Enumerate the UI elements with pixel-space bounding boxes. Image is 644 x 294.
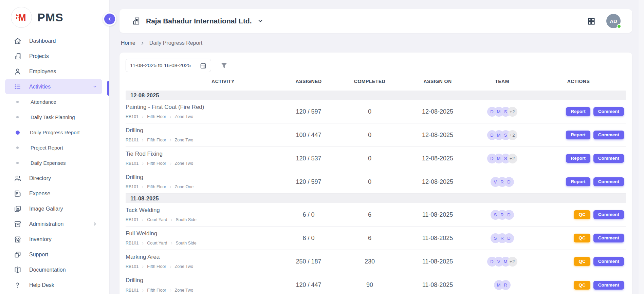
apps-grid-icon[interactable] — [587, 17, 595, 25]
sidebar-item-directory[interactable]: Directory — [5, 171, 102, 186]
report-button[interactable]: Report — [566, 131, 590, 139]
bullet-dot-icon — [16, 101, 19, 103]
sidebar-subitem-daily-expenses[interactable]: Daily Expenses — [0, 155, 109, 171]
team-extra-badge[interactable]: +2 — [508, 154, 517, 163]
team-cell: DMS+2 — [473, 154, 531, 163]
path-segment: Fifth Floor — [147, 288, 166, 293]
sidebar-item-expense[interactable]: Expense — [5, 186, 102, 201]
team-extra-badge[interactable]: +2 — [508, 257, 517, 267]
app-logo[interactable]: M PMS — [0, 0, 109, 33]
comment-button[interactable]: Comment — [593, 210, 624, 219]
bullet-dot-icon — [16, 116, 19, 118]
svg-text:M: M — [18, 12, 26, 23]
sidebar-subitem-attendance[interactable]: Attendance — [0, 94, 109, 110]
sidebar-subitem-label: Attendance — [31, 99, 56, 105]
path-chevron-icon — [170, 218, 173, 221]
path-segment: RB101 — [126, 138, 139, 142]
table-row: DrillingRB101Fifth FloorZone One120 / 59… — [126, 170, 626, 194]
sidebar-item-inventory[interactable]: Inventory — [5, 232, 102, 247]
store-icon — [14, 235, 22, 243]
activity-cell: Tack WeldingRB101Court YardSouth Side — [126, 203, 280, 226]
activity-location-path: RB101Fifth FloorZone One — [126, 184, 280, 189]
activity-title: Tack Welding — [126, 207, 280, 214]
building-icon — [132, 17, 141, 25]
report-button[interactable]: Report — [566, 107, 590, 116]
sidebar-item-support[interactable]: Support — [5, 247, 102, 262]
book-icon — [14, 266, 22, 274]
path-segment: Court Yard — [147, 241, 167, 246]
comment-button[interactable]: Comment — [593, 177, 624, 186]
table-row: Painting - First Coat (Fire Red)RB101Fif… — [126, 100, 626, 123]
team-member-badge: D — [504, 233, 514, 243]
user-avatar[interactable]: AD — [606, 14, 621, 28]
team-cell: DMS+2 — [473, 107, 531, 117]
assign-on-value: 11-08-2025 — [402, 281, 473, 289]
team-cell: MR — [473, 280, 531, 290]
report-button[interactable]: Report — [566, 177, 590, 186]
path-segment: South Side — [176, 241, 197, 246]
question-icon — [14, 281, 22, 289]
activity-location-path: RB101Court YardSouth Side — [126, 217, 280, 222]
comment-button[interactable]: Comment — [593, 107, 624, 116]
sidebar-item-documentation[interactable]: Documentation — [5, 262, 102, 277]
team-extra-badge[interactable]: +2 — [508, 130, 517, 140]
path-segment: RB101 — [126, 288, 139, 293]
comment-button[interactable]: Comment — [593, 281, 624, 290]
qc-button[interactable]: QC — [574, 234, 590, 242]
sidebar-item-administration[interactable]: Administration — [5, 216, 102, 232]
company-selector[interactable]: Raja Bahadur International Ltd. — [132, 17, 263, 25]
activity-title: Tie Rod Fixing — [126, 151, 280, 157]
report-button[interactable]: Report — [566, 154, 590, 163]
sidebar-item-dashboard[interactable]: Dashboard — [5, 33, 102, 48]
path-segment: RB101 — [126, 241, 139, 246]
sidebar-item-employees[interactable]: Employees — [5, 64, 102, 79]
sidebar-item-label: Administration — [29, 221, 63, 227]
sidebar: M PMS DashboardProjectsEmployeesActiviti… — [0, 0, 110, 294]
comment-button[interactable]: Comment — [593, 154, 624, 163]
sidebar-subitem-daily-task-planning[interactable]: Daily Task Planning — [0, 110, 109, 125]
assign-on-value: 11-08-2025 — [402, 211, 473, 218]
team-avatars: DMS+2 — [487, 154, 517, 163]
online-status-dot — [617, 24, 621, 28]
date-range-input[interactable]: 11-08-2025 to 16-08-2025 — [126, 59, 211, 72]
activity-title: Drilling — [126, 127, 280, 134]
breadcrumb-home[interactable]: Home — [121, 40, 135, 46]
bullet-dot-icon — [16, 146, 19, 149]
activity-title: Painting - First Coat (Fire Red) — [126, 104, 280, 111]
comment-button[interactable]: Comment — [593, 257, 624, 266]
sidebar-subitem-daily-progress-report[interactable]: Daily Progress Report — [0, 125, 109, 140]
path-chevron-icon — [141, 139, 144, 142]
path-chevron-icon — [169, 289, 172, 292]
path-chevron-icon — [141, 162, 144, 165]
sidebar-item-label: Expense — [29, 191, 50, 197]
archive-icon — [14, 220, 22, 228]
path-chevron-icon — [141, 115, 144, 118]
assign-on-value: 12-08-2025 — [402, 178, 473, 185]
sidebar-item-activities[interactable]: Activities — [5, 79, 102, 94]
activity-location-path: RB101Fifth FloorZone Two — [126, 264, 280, 269]
filter-funnel-icon[interactable] — [220, 61, 228, 70]
sidebar-item-image-gallary[interactable]: Image Gallary — [5, 201, 102, 216]
qc-button[interactable]: QC — [574, 281, 590, 290]
activity-cell: DrillingRB101Fifth FloorZone Two — [126, 123, 280, 146]
comment-button[interactable]: Comment — [593, 131, 624, 139]
path-segment: RB101 — [126, 184, 139, 189]
sidebar-item-label: Directory — [29, 175, 51, 181]
path-segment: RB101 — [126, 114, 139, 119]
team-avatars: VRD — [491, 177, 514, 187]
sidebar-item-projects[interactable]: Projects — [5, 48, 102, 64]
sidebar-collapse-button[interactable] — [103, 12, 116, 26]
qc-button[interactable]: QC — [574, 257, 590, 266]
sidebar-item-help-desk[interactable]: Help Desk — [5, 277, 102, 293]
page-scrollbar[interactable] — [639, 0, 644, 294]
comment-button[interactable]: Comment — [593, 234, 624, 242]
qc-button[interactable]: QC — [574, 210, 590, 219]
team-extra-badge[interactable]: +2 — [508, 107, 517, 117]
path-segment: RB101 — [126, 161, 139, 166]
path-segment: RB101 — [126, 264, 139, 269]
activity-location-path: RB101Fifth FloorZone Two — [126, 288, 280, 293]
sidebar-item-label: Inventory — [29, 236, 52, 242]
path-segment: Zone One — [175, 184, 194, 189]
sidebar-subitem-project-report[interactable]: Project Report — [0, 140, 109, 155]
table-header-row: ACTIVITY ASSIGNED COMPLETED ASSIGN ON TE… — [126, 72, 626, 91]
